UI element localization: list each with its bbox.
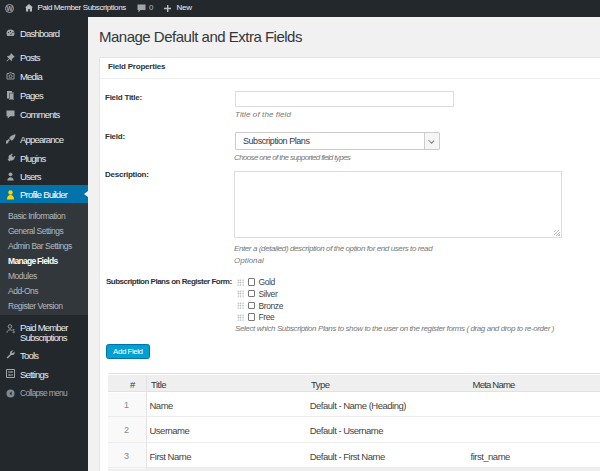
- svg-text:$: $: [12, 329, 15, 334]
